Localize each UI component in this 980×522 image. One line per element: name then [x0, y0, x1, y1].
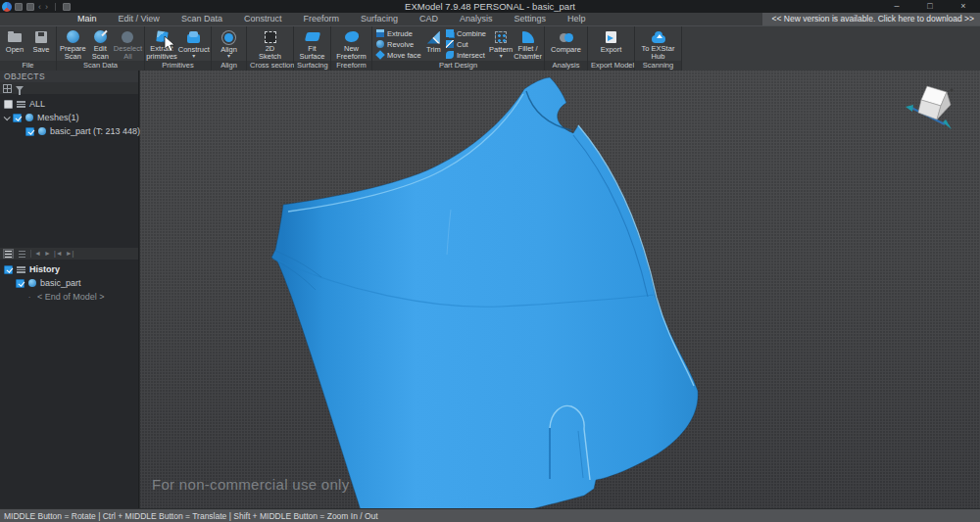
open-button[interactable]: Open — [2, 27, 27, 61]
view-cube-body[interactable] — [918, 86, 951, 119]
move-face-button[interactable]: Move face — [376, 51, 421, 60]
tree-label-meshes: Meshes(1) — [37, 113, 79, 122]
trim-button[interactable]: Trim — [424, 27, 443, 61]
history-basic-part-checkbox[interactable] — [16, 279, 24, 288]
menu-main[interactable]: Main — [67, 13, 108, 25]
exstar-hub-icon — [652, 35, 665, 43]
export-button[interactable]: Export — [596, 27, 627, 61]
history-step-back-icon[interactable]: ◄ — [34, 249, 41, 259]
2d-sketch-button[interactable]: 2D Sketch — [256, 27, 285, 61]
history-tree-view-icon[interactable] — [17, 249, 27, 259]
menu-freeform[interactable]: Freeform — [292, 13, 350, 25]
revolve-button[interactable]: Revolve — [376, 40, 421, 49]
menu-construct[interactable]: Construct — [233, 13, 293, 25]
construct-dropdown-icon[interactable]: ▾ — [192, 54, 195, 59]
menu-surfacing[interactable]: Surfacing — [350, 13, 409, 25]
edit-scan-icon — [94, 30, 107, 43]
qat-menu-icon[interactable] — [63, 3, 71, 11]
tree-row-all[interactable]: ALL — [4, 97, 138, 111]
undo-icon[interactable]: ‹ — [38, 3, 41, 11]
menu-analysis[interactable]: Analysis — [449, 13, 504, 25]
mouse-hints-text: MIDDLE Button = Rotate | Ctrl + MIDDLE B… — [4, 511, 378, 521]
history-row-root[interactable]: History — [4, 262, 138, 276]
tree-row-meshes[interactable]: Meshes(1) — [4, 111, 138, 124]
group-label-primitives: Primitives — [145, 61, 211, 71]
ribbon-group-part-design: Extrude Revolve Move face Trim Combine C… — [372, 26, 545, 71]
new-version-banner[interactable]: << New version is available. Click here … — [762, 13, 980, 25]
fillet-chamfer-button[interactable]: Fillet / Chamfer — [514, 27, 542, 61]
part-design-stack-1: Extrude Revolve Move face — [374, 27, 423, 61]
compare-icon — [560, 33, 568, 42]
intersect-icon — [446, 51, 454, 59]
cut-button[interactable]: Cut — [446, 40, 486, 49]
maximize-button[interactable]: □ — [913, 0, 947, 13]
model-silhouette[interactable] — [271, 77, 698, 508]
group-label-align: Align — [212, 61, 246, 71]
edit-scan-button[interactable]: Edit Scan — [88, 27, 113, 61]
mesh-icon — [38, 127, 46, 135]
model-basic-part[interactable] — [140, 71, 980, 508]
combine-icon — [446, 29, 454, 37]
qat-separator — [55, 3, 56, 11]
exmodel-window: ‹ › EXModel 7.9.48 PERSONAL - basic_part… — [0, 0, 980, 522]
history-to-end-icon[interactable]: ►| — [66, 249, 74, 259]
to-exstar-hub-button[interactable]: To EXStar Hub — [638, 27, 679, 61]
ribbon-group-surfacing: Fit Surface Surfacing — [294, 26, 331, 71]
all-checkbox[interactable] — [4, 100, 13, 109]
view-cube[interactable] — [904, 78, 972, 132]
history-to-start-icon[interactable]: |◄ — [54, 249, 63, 259]
group-label-analysis: Analysis — [545, 61, 587, 71]
tree-row-basic-part[interactable]: basic_part (T: 213 448) — [4, 124, 138, 138]
minimize-button[interactable]: – — [880, 0, 913, 13]
menu-scan-data[interactable]: Scan Data — [171, 13, 233, 25]
menu-settings[interactable]: Settings — [504, 13, 558, 25]
cut-icon — [446, 40, 454, 48]
ribbon-group-cross-sections: 2D Sketch Cross sections — [247, 26, 294, 71]
history-step-forward-icon[interactable]: ► — [44, 249, 51, 259]
title-bar: ‹ › EXModel 7.9.48 PERSONAL - basic_part… — [0, 0, 980, 13]
close-button[interactable]: × — [947, 0, 980, 13]
history-row-basic-part[interactable]: basic_part — [4, 276, 138, 290]
pattern-button[interactable]: Pattern ▾ — [489, 27, 513, 61]
expander-icon[interactable] — [4, 114, 11, 120]
left-panel: OBJECTS ALL Meshes(1) basic_part (T: 213 — [0, 71, 139, 508]
redo-icon[interactable]: › — [45, 3, 48, 11]
menu-cad[interactable]: CAD — [409, 13, 449, 25]
filter-icon[interactable] — [16, 86, 24, 91]
history-checkbox[interactable] — [4, 265, 13, 274]
save-icon — [35, 31, 47, 43]
prepare-scan-button[interactable]: Prepare Scan — [59, 27, 87, 61]
construct-button[interactable]: Construct ▾ — [178, 27, 210, 61]
fillet-chamfer-icon — [522, 31, 534, 43]
align-dropdown-icon[interactable]: ▾ — [227, 54, 230, 59]
ribbon-group-file: Open Save File — [0, 26, 57, 71]
3d-viewport[interactable]: For non-commercial use only — [140, 71, 980, 508]
quick-access-toolbar: ‹ › — [15, 3, 71, 11]
extrude-button[interactable]: Extrude — [376, 29, 421, 38]
meshes-checkbox[interactable] — [13, 114, 22, 122]
basic-part-checkbox[interactable] — [25, 127, 34, 136]
save-quick-icon[interactable] — [26, 3, 34, 11]
group-label-scan-data: Scan Data — [57, 61, 144, 71]
compare-button[interactable]: Compare — [548, 27, 585, 61]
intersect-button[interactable]: Intersect — [446, 51, 486, 60]
menu-help[interactable]: Help — [557, 13, 597, 25]
open-quick-icon[interactable] — [15, 3, 23, 11]
menu-edit-view[interactable]: Edit / View — [108, 13, 171, 25]
ribbon-group-analysis: Compare Analysis — [545, 26, 588, 71]
object-view-icon[interactable] — [3, 84, 12, 93]
trim-icon — [427, 31, 440, 44]
save-button[interactable]: Save — [28, 27, 54, 61]
fit-surface-button[interactable]: Fit Surface — [297, 27, 328, 61]
pattern-dropdown-icon[interactable]: ▾ — [500, 54, 503, 59]
align-button[interactable]: Align ▾ — [215, 27, 244, 61]
new-freeform-button[interactable]: New Freeform — [334, 27, 369, 61]
group-label-cross-sections: Cross sections — [247, 61, 293, 71]
new-freeform-icon — [345, 31, 359, 42]
history-row-end-of-model[interactable]: · < End of Model > — [4, 290, 138, 304]
combine-button[interactable]: Combine — [446, 29, 486, 38]
history-list-view-icon[interactable] — [3, 249, 14, 259]
mesh-group-icon — [25, 114, 33, 121]
group-label-scanning: Scanning — [635, 61, 681, 71]
deselect-all-button[interactable]: Deselect All — [114, 27, 142, 61]
